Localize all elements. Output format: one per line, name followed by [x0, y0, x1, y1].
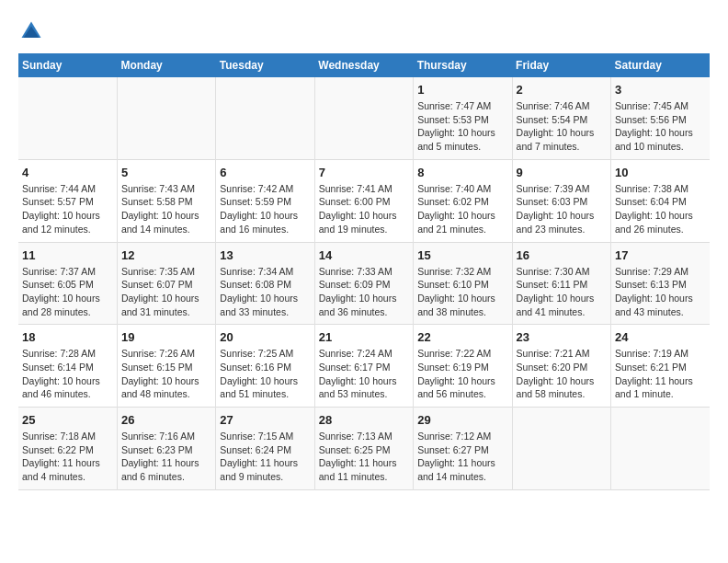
- logo: [18, 18, 50, 44]
- day-number: 10: [615, 166, 706, 179]
- day-info: Sunrise: 7:45 AMSunset: 5:56 PMDaylight:…: [615, 99, 706, 154]
- day-info: Sunrise: 7:30 AMSunset: 6:11 PMDaylight:…: [517, 265, 607, 319]
- day-number: 6: [220, 166, 310, 179]
- day-number: 14: [319, 248, 409, 262]
- calendar-cell: 9Sunrise: 7:39 AMSunset: 6:03 PMDaylight…: [512, 159, 610, 242]
- calendar-cell: 27Sunrise: 7:15 AMSunset: 6:24 PMDayligh…: [216, 408, 314, 490]
- day-info: Sunrise: 7:46 AMSunset: 5:54 PMDaylight:…: [517, 99, 607, 154]
- day-number: 24: [615, 330, 706, 344]
- day-number: 29: [417, 413, 507, 427]
- day-number: 18: [22, 330, 113, 344]
- calendar-cell: 22Sunrise: 7:22 AMSunset: 6:19 PMDayligh…: [414, 325, 512, 408]
- calendar-cell: 29Sunrise: 7:12 AMSunset: 6:27 PMDayligh…: [414, 408, 512, 490]
- logo-icon: [18, 18, 44, 44]
- day-number: 21: [319, 330, 409, 344]
- day-number: 3: [615, 83, 706, 97]
- day-number: 13: [220, 248, 310, 262]
- calendar-cell: [611, 408, 710, 490]
- calendar-cell: 18Sunrise: 7:28 AMSunset: 6:14 PMDayligh…: [18, 325, 117, 408]
- calendar-cell: 7Sunrise: 7:41 AMSunset: 6:00 PMDaylight…: [314, 159, 413, 242]
- calendar-cell: 13Sunrise: 7:34 AMSunset: 6:08 PMDayligh…: [216, 242, 314, 325]
- calendar-cell: [512, 408, 610, 490]
- calendar-cell: 25Sunrise: 7:18 AMSunset: 6:22 PMDayligh…: [18, 408, 117, 490]
- header-row: SundayMondayTuesdayWednesdayThursdayFrid…: [18, 53, 710, 77]
- week-row-1: 1Sunrise: 7:47 AMSunset: 5:53 PMDaylight…: [18, 77, 710, 159]
- calendar-cell: 20Sunrise: 7:25 AMSunset: 6:16 PMDayligh…: [216, 325, 314, 408]
- week-row-3: 11Sunrise: 7:37 AMSunset: 6:05 PMDayligh…: [18, 242, 710, 325]
- day-number: 20: [220, 330, 310, 344]
- calendar-cell: 14Sunrise: 7:33 AMSunset: 6:09 PMDayligh…: [314, 242, 413, 325]
- calendar-cell: 5Sunrise: 7:43 AMSunset: 5:58 PMDaylight…: [117, 159, 215, 242]
- day-number: 25: [22, 413, 113, 427]
- day-info: Sunrise: 7:33 AMSunset: 6:09 PMDaylight:…: [319, 265, 409, 319]
- calendar-cell: 1Sunrise: 7:47 AMSunset: 5:53 PMDaylight…: [414, 77, 512, 159]
- page-header: [18, 18, 710, 44]
- day-number: 27: [220, 413, 310, 427]
- calendar-cell: 6Sunrise: 7:42 AMSunset: 5:59 PMDaylight…: [216, 159, 314, 242]
- calendar-cell: 23Sunrise: 7:21 AMSunset: 6:20 PMDayligh…: [512, 325, 610, 408]
- day-info: Sunrise: 7:47 AMSunset: 5:53 PMDaylight:…: [417, 99, 507, 154]
- day-info: Sunrise: 7:24 AMSunset: 6:17 PMDaylight:…: [319, 347, 409, 401]
- calendar-cell: 3Sunrise: 7:45 AMSunset: 5:56 PMDaylight…: [611, 77, 710, 159]
- calendar-header: SundayMondayTuesdayWednesdayThursdayFrid…: [18, 53, 710, 77]
- day-number: 26: [121, 413, 211, 427]
- calendar-cell: 8Sunrise: 7:40 AMSunset: 6:02 PMDaylight…: [414, 159, 512, 242]
- day-info: Sunrise: 7:12 AMSunset: 6:27 PMDaylight:…: [417, 430, 507, 484]
- day-number: 22: [417, 330, 507, 344]
- day-info: Sunrise: 7:38 AMSunset: 6:04 PMDaylight:…: [615, 182, 706, 236]
- day-info: Sunrise: 7:13 AMSunset: 6:25 PMDaylight:…: [319, 430, 409, 484]
- day-number: 16: [517, 248, 607, 262]
- calendar-body: 1Sunrise: 7:47 AMSunset: 5:53 PMDaylight…: [18, 77, 710, 489]
- day-info: Sunrise: 7:28 AMSunset: 6:14 PMDaylight:…: [22, 347, 113, 401]
- day-info: Sunrise: 7:39 AMSunset: 6:03 PMDaylight:…: [517, 182, 607, 236]
- header-cell-monday: Monday: [117, 53, 215, 77]
- day-number: 23: [517, 330, 607, 344]
- day-number: 15: [417, 248, 507, 262]
- calendar-cell: 11Sunrise: 7:37 AMSunset: 6:05 PMDayligh…: [18, 242, 117, 325]
- day-number: 4: [22, 166, 113, 179]
- calendar-cell: 21Sunrise: 7:24 AMSunset: 6:17 PMDayligh…: [314, 325, 413, 408]
- day-info: Sunrise: 7:18 AMSunset: 6:22 PMDaylight:…: [22, 430, 113, 484]
- day-info: Sunrise: 7:26 AMSunset: 6:15 PMDaylight:…: [121, 347, 211, 401]
- calendar-cell: 12Sunrise: 7:35 AMSunset: 6:07 PMDayligh…: [117, 242, 215, 325]
- day-info: Sunrise: 7:22 AMSunset: 6:19 PMDaylight:…: [417, 347, 507, 401]
- day-number: 9: [517, 166, 607, 179]
- header-cell-tuesday: Tuesday: [216, 53, 314, 77]
- day-number: 11: [22, 248, 113, 262]
- day-info: Sunrise: 7:37 AMSunset: 6:05 PMDaylight:…: [22, 265, 113, 319]
- header-cell-saturday: Saturday: [611, 53, 710, 77]
- calendar-cell: [117, 77, 215, 159]
- day-info: Sunrise: 7:35 AMSunset: 6:07 PMDaylight:…: [121, 265, 211, 319]
- calendar-cell: [18, 77, 117, 159]
- day-number: 8: [417, 166, 507, 179]
- day-info: Sunrise: 7:40 AMSunset: 6:02 PMDaylight:…: [417, 182, 507, 236]
- calendar-cell: 16Sunrise: 7:30 AMSunset: 6:11 PMDayligh…: [512, 242, 610, 325]
- day-info: Sunrise: 7:43 AMSunset: 5:58 PMDaylight:…: [121, 182, 211, 236]
- day-info: Sunrise: 7:34 AMSunset: 6:08 PMDaylight:…: [220, 265, 310, 319]
- header-cell-wednesday: Wednesday: [314, 53, 413, 77]
- day-number: 12: [121, 248, 211, 262]
- day-info: Sunrise: 7:42 AMSunset: 5:59 PMDaylight:…: [220, 182, 310, 236]
- header-cell-sunday: Sunday: [18, 53, 117, 77]
- day-number: 7: [319, 166, 409, 179]
- calendar-cell: 19Sunrise: 7:26 AMSunset: 6:15 PMDayligh…: [117, 325, 215, 408]
- header-cell-thursday: Thursday: [414, 53, 512, 77]
- calendar-table: SundayMondayTuesdayWednesdayThursdayFrid…: [18, 53, 710, 490]
- week-row-5: 25Sunrise: 7:18 AMSunset: 6:22 PMDayligh…: [18, 408, 710, 490]
- week-row-4: 18Sunrise: 7:28 AMSunset: 6:14 PMDayligh…: [18, 325, 710, 408]
- day-number: 28: [319, 413, 409, 427]
- calendar-cell: 17Sunrise: 7:29 AMSunset: 6:13 PMDayligh…: [611, 242, 710, 325]
- day-number: 1: [417, 83, 507, 97]
- day-info: Sunrise: 7:21 AMSunset: 6:20 PMDaylight:…: [517, 347, 607, 401]
- day-number: 5: [121, 166, 211, 179]
- calendar-cell: 2Sunrise: 7:46 AMSunset: 5:54 PMDaylight…: [512, 77, 610, 159]
- day-number: 17: [615, 248, 706, 262]
- week-row-2: 4Sunrise: 7:44 AMSunset: 5:57 PMDaylight…: [18, 159, 710, 242]
- day-info: Sunrise: 7:16 AMSunset: 6:23 PMDaylight:…: [121, 430, 211, 484]
- day-info: Sunrise: 7:15 AMSunset: 6:24 PMDaylight:…: [220, 430, 310, 484]
- calendar-cell: 26Sunrise: 7:16 AMSunset: 6:23 PMDayligh…: [117, 408, 215, 490]
- calendar-cell: [314, 77, 413, 159]
- day-info: Sunrise: 7:29 AMSunset: 6:13 PMDaylight:…: [615, 265, 706, 319]
- calendar-cell: 28Sunrise: 7:13 AMSunset: 6:25 PMDayligh…: [314, 408, 413, 490]
- calendar-cell: [216, 77, 314, 159]
